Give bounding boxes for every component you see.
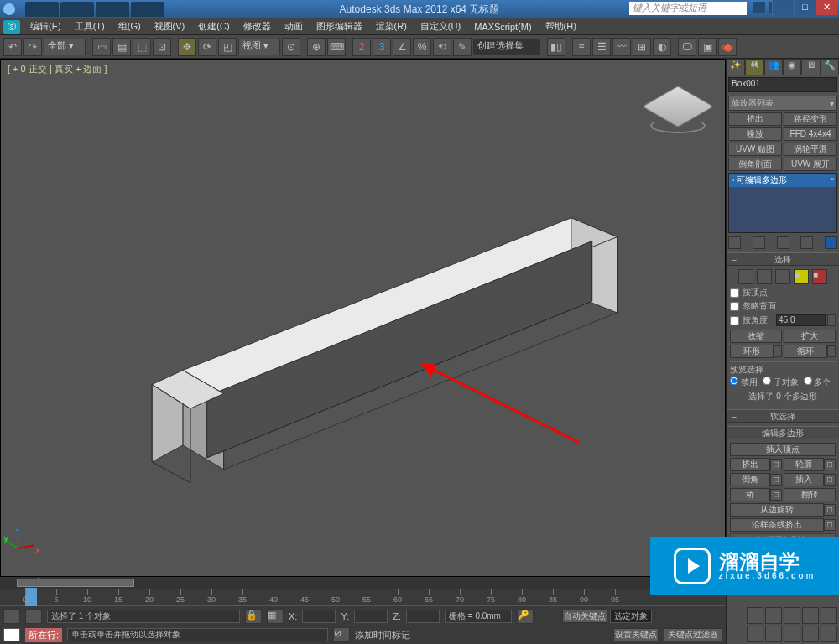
nav-walk-icon[interactable]: [784, 626, 800, 642]
setkey-button[interactable]: 设置关键点: [613, 628, 659, 641]
autokey-button[interactable]: 自动关键点: [562, 610, 607, 623]
motion-tab[interactable]: ◉: [783, 59, 801, 75]
create-tab[interactable]: ✨: [727, 59, 745, 75]
ref-coord-system[interactable]: 视图 ▾: [238, 39, 280, 55]
preview-off-radio[interactable]: 禁用: [730, 377, 758, 388]
pivot-button[interactable]: ⊙: [282, 38, 300, 56]
bridge-settings-icon[interactable]: □: [770, 489, 782, 501]
menu-create[interactable]: 创建(C): [193, 18, 234, 34]
named-selection-set[interactable]: 创建选择集: [473, 39, 540, 55]
ring-spinner-icon[interactable]: [774, 345, 782, 357]
edit-named-sel-button[interactable]: ✎: [453, 38, 472, 56]
curve-editor-button[interactable]: 〰: [612, 38, 631, 56]
loop-spinner-icon[interactable]: [827, 345, 836, 357]
menu-maxscript[interactable]: MAXScript(M): [469, 20, 536, 34]
pin-stack-icon[interactable]: [728, 236, 741, 249]
spinner-arrows-icon[interactable]: [827, 314, 836, 326]
display-tab[interactable]: 🖥: [801, 59, 820, 75]
preview-sub-radio[interactable]: 子对象: [763, 377, 799, 388]
select-region-button[interactable]: ⬚: [133, 38, 151, 56]
render-button[interactable]: 🫖: [718, 38, 737, 56]
spinner-snap-button[interactable]: ⟲: [433, 38, 451, 56]
hinge-button[interactable]: 从边旋转: [730, 503, 824, 517]
mirror-button[interactable]: ▮▯: [547, 38, 565, 56]
subobj-edge[interactable]: [757, 269, 772, 284]
bevel-button[interactable]: 倒角: [730, 473, 770, 486]
snap-2d-button[interactable]: 2: [352, 38, 371, 56]
y-field[interactable]: [354, 610, 388, 623]
inset-button[interactable]: 插入: [784, 473, 824, 486]
titlebar-tab[interactable]: [96, 2, 129, 17]
manipulate-button[interactable]: ⊕: [307, 38, 326, 56]
extrude-spline-settings-icon[interactable]: □: [824, 519, 836, 531]
keyfilter-button[interactable]: 关键点过滤器: [664, 628, 722, 641]
keyboard-shortcut-button[interactable]: ⌨: [327, 38, 346, 56]
keymode-field[interactable]: 选定对象: [610, 610, 652, 623]
bevel-settings-icon[interactable]: □: [770, 474, 782, 486]
scale-button[interactable]: ◰: [218, 38, 237, 56]
titlebar-tab[interactable]: [25, 2, 59, 17]
subobj-polygon[interactable]: ■: [794, 269, 809, 284]
z-field[interactable]: [406, 610, 440, 623]
ring-button[interactable]: 环形: [730, 345, 774, 358]
layers-button[interactable]: ☰: [592, 38, 611, 56]
object-name-field[interactable]: Box001: [728, 77, 837, 92]
mod-noise[interactable]: 噪波: [728, 127, 782, 141]
flip-button[interactable]: 翻转: [784, 488, 836, 501]
mod-turbosmooth[interactable]: 涡轮平滑: [784, 143, 837, 156]
rollout-editpoly-header[interactable]: 编辑多边形: [727, 426, 839, 439]
lock-selection-button[interactable]: 🔒: [245, 609, 262, 624]
extrude-button[interactable]: 挤出: [730, 458, 770, 471]
align-button[interactable]: ≡: [572, 38, 591, 56]
menu-customize[interactable]: 自定义(U): [415, 18, 466, 34]
render-frame-button[interactable]: ▣: [698, 38, 717, 56]
scrollbar-thumb[interactable]: [17, 579, 134, 587]
menu-animation[interactable]: 动画: [279, 18, 308, 34]
mod-extrude[interactable]: 挤出: [728, 112, 782, 126]
nav-other-icon[interactable]: [821, 626, 837, 642]
mod-pathdeform[interactable]: 路径变形: [784, 112, 837, 126]
x-field[interactable]: [302, 610, 336, 623]
hierarchy-tab[interactable]: 👥: [764, 59, 783, 75]
stack-item-epoly[interactable]: ▫ 可编辑多边形▫: [729, 174, 836, 187]
move-button[interactable]: ✥: [178, 38, 196, 56]
key-icon[interactable]: 🔑: [517, 609, 534, 624]
menu-help[interactable]: 帮助(H): [540, 18, 581, 34]
select-name-button[interactable]: ▤: [112, 38, 131, 56]
rollout-selection-header[interactable]: 选择: [727, 252, 839, 266]
schematic-button[interactable]: ⊞: [633, 38, 651, 56]
mod-uvwmap[interactable]: UVW 贴图: [728, 143, 782, 156]
rollout-softsel-header[interactable]: 软选择: [727, 409, 839, 423]
menu-group[interactable]: 组(G): [113, 18, 146, 34]
maximize-button[interactable]: □: [794, 0, 816, 15]
mod-unwrap[interactable]: UVW 展开: [784, 158, 837, 171]
menu-tools[interactable]: 工具(T): [70, 18, 110, 34]
snap-3d-button[interactable]: 3: [373, 38, 391, 56]
viewcube[interactable]: [648, 76, 708, 137]
nav-panview-icon[interactable]: [765, 626, 782, 642]
mod-ffd[interactable]: FFD 4x4x4: [784, 127, 837, 141]
subobj-border[interactable]: [775, 269, 790, 284]
timeline-scrollbar[interactable]: 0 / 100: [0, 577, 726, 589]
percent-snap-button[interactable]: %: [413, 38, 431, 56]
angle-snap-button[interactable]: ∠: [393, 38, 411, 56]
unique-icon[interactable]: [777, 236, 789, 249]
nav-zoomall-icon[interactable]: [821, 607, 837, 624]
timetag-label[interactable]: 添加时间标记: [355, 629, 410, 641]
script-record-button[interactable]: [3, 609, 20, 624]
menu-grapheditors[interactable]: 图形编辑器: [311, 18, 367, 34]
outline-settings-icon[interactable]: □: [824, 459, 836, 470]
help-icon[interactable]: [753, 2, 765, 13]
viewport[interactable]: [ + 0 正交 ] 真实 + 边面 ]: [0, 59, 726, 577]
redo-button[interactable]: ↷: [23, 38, 42, 56]
undo-button[interactable]: ↶: [3, 38, 22, 56]
rotate-button[interactable]: ⟳: [198, 38, 216, 56]
subobj-element[interactable]: ■: [812, 269, 827, 284]
minimize-button[interactable]: —: [772, 0, 794, 15]
timetag-button[interactable]: ⊘: [333, 627, 350, 642]
by-angle-check[interactable]: 按角度:: [730, 314, 774, 327]
nav-fov-icon[interactable]: [784, 607, 800, 624]
isolate-button[interactable]: ▦: [267, 609, 284, 624]
bridge-button[interactable]: 桥: [730, 488, 770, 501]
modifier-list-dropdown[interactable]: 修改器列表▾: [728, 96, 837, 111]
